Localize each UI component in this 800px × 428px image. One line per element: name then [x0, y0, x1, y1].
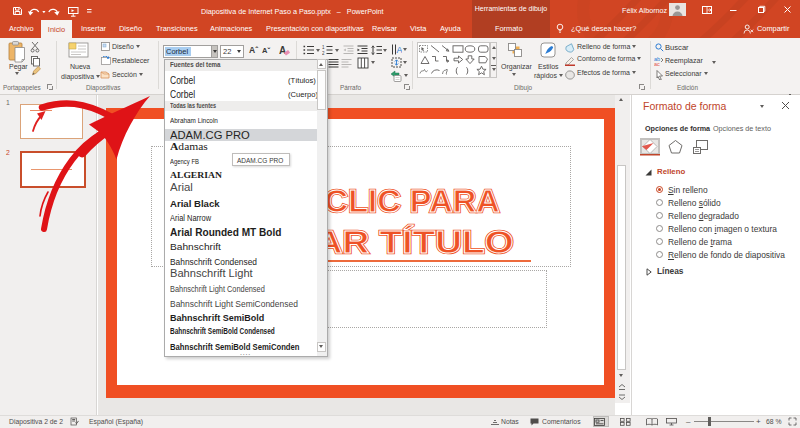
svg-text:2: 2 — [322, 51, 325, 55]
svg-text:1: 1 — [322, 45, 325, 50]
svg-text:A: A — [397, 45, 403, 55]
svg-text:ac: ac — [654, 61, 660, 66]
